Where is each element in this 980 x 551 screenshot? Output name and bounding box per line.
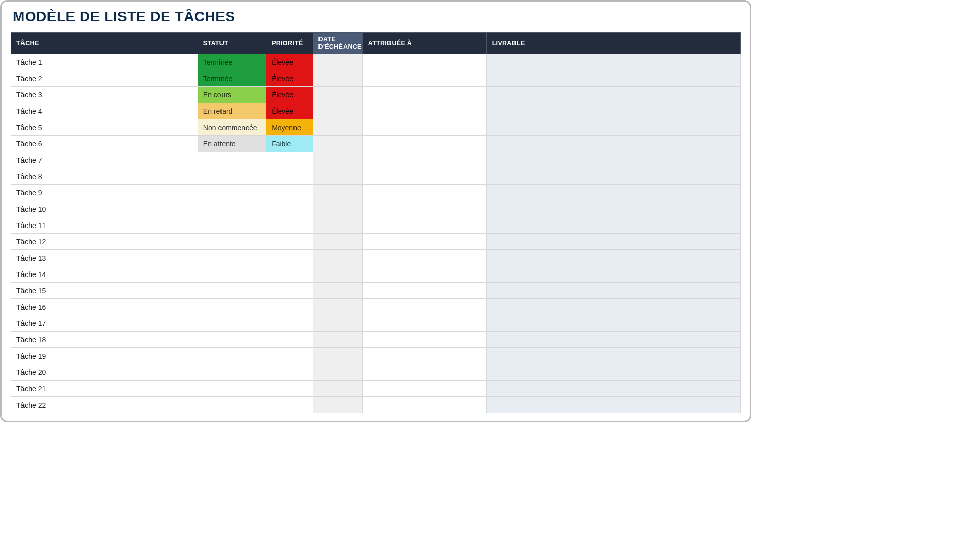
cell-priority[interactable] <box>266 234 313 250</box>
cell-task[interactable]: Tâche 14 <box>11 266 198 283</box>
cell-assigned[interactable] <box>362 136 486 152</box>
cell-deliverable[interactable] <box>486 70 740 87</box>
cell-deliverable[interactable] <box>486 283 740 299</box>
cell-due[interactable] <box>313 234 362 250</box>
cell-priority[interactable]: Élevée <box>266 103 313 119</box>
cell-task[interactable]: Tâche 18 <box>11 332 198 348</box>
cell-due[interactable] <box>313 266 362 283</box>
cell-task[interactable]: Tâche 21 <box>11 381 198 397</box>
cell-due[interactable] <box>313 283 362 299</box>
cell-status[interactable]: En cours <box>198 87 266 103</box>
cell-deliverable[interactable] <box>486 332 740 348</box>
cell-priority[interactable] <box>266 348 313 364</box>
cell-deliverable[interactable] <box>486 364 740 381</box>
cell-due[interactable] <box>313 87 362 103</box>
cell-assigned[interactable] <box>362 250 486 266</box>
cell-status[interactable] <box>198 397 266 413</box>
cell-priority[interactable] <box>266 266 313 283</box>
cell-task[interactable]: Tâche 15 <box>11 283 198 299</box>
cell-due[interactable] <box>313 397 362 413</box>
cell-due[interactable] <box>313 332 362 348</box>
cell-status[interactable]: Terminée <box>198 54 266 70</box>
cell-task[interactable]: Tâche 19 <box>11 348 198 364</box>
cell-status[interactable] <box>198 185 266 201</box>
cell-deliverable[interactable] <box>486 103 740 119</box>
cell-assigned[interactable] <box>362 217 486 234</box>
cell-task[interactable]: Tâche 11 <box>11 217 198 234</box>
cell-status[interactable] <box>198 201 266 217</box>
cell-due[interactable] <box>313 381 362 397</box>
cell-status[interactable] <box>198 217 266 234</box>
cell-priority[interactable] <box>266 299 313 315</box>
cell-priority[interactable] <box>266 168 313 185</box>
cell-due[interactable] <box>313 299 362 315</box>
cell-assigned[interactable] <box>362 364 486 381</box>
cell-due[interactable] <box>313 119 362 136</box>
cell-deliverable[interactable] <box>486 266 740 283</box>
cell-task[interactable]: Tâche 16 <box>11 299 198 315</box>
col-header-assigned[interactable]: ATTRIBUÉE À <box>362 33 486 54</box>
cell-due[interactable] <box>313 364 362 381</box>
cell-task[interactable]: Tâche 13 <box>11 250 198 266</box>
cell-deliverable[interactable] <box>486 54 740 70</box>
cell-status[interactable]: En attente <box>198 136 266 152</box>
cell-deliverable[interactable] <box>486 234 740 250</box>
col-header-priority[interactable]: PRIORITÉ <box>266 33 313 54</box>
cell-deliverable[interactable] <box>486 397 740 413</box>
cell-assigned[interactable] <box>362 201 486 217</box>
cell-assigned[interactable] <box>362 54 486 70</box>
cell-status[interactable] <box>198 364 266 381</box>
cell-due[interactable] <box>313 152 362 168</box>
cell-priority[interactable] <box>266 185 313 201</box>
cell-deliverable[interactable] <box>486 348 740 364</box>
cell-task[interactable]: Tâche 3 <box>11 87 198 103</box>
cell-deliverable[interactable] <box>486 315 740 332</box>
cell-priority[interactable] <box>266 250 313 266</box>
cell-assigned[interactable] <box>362 234 486 250</box>
cell-deliverable[interactable] <box>486 381 740 397</box>
cell-due[interactable] <box>313 315 362 332</box>
cell-due[interactable] <box>313 185 362 201</box>
cell-status[interactable] <box>198 348 266 364</box>
cell-due[interactable] <box>313 168 362 185</box>
cell-due[interactable] <box>313 136 362 152</box>
cell-priority[interactable] <box>266 315 313 332</box>
cell-assigned[interactable] <box>362 348 486 364</box>
cell-deliverable[interactable] <box>486 201 740 217</box>
cell-assigned[interactable] <box>362 299 486 315</box>
col-header-due[interactable]: DATE D'ÉCHÉANCE <box>313 33 362 54</box>
cell-priority[interactable] <box>266 201 313 217</box>
cell-deliverable[interactable] <box>486 250 740 266</box>
cell-assigned[interactable] <box>362 283 486 299</box>
cell-assigned[interactable] <box>362 168 486 185</box>
col-header-status[interactable]: STATUT <box>198 33 266 54</box>
cell-assigned[interactable] <box>362 381 486 397</box>
cell-priority[interactable] <box>266 381 313 397</box>
cell-priority[interactable]: Élevée <box>266 87 313 103</box>
cell-task[interactable]: Tâche 5 <box>11 119 198 136</box>
cell-assigned[interactable] <box>362 266 486 283</box>
cell-due[interactable] <box>313 103 362 119</box>
cell-status[interactable]: Terminée <box>198 70 266 87</box>
cell-assigned[interactable] <box>362 70 486 87</box>
cell-deliverable[interactable] <box>486 185 740 201</box>
cell-priority[interactable] <box>266 283 313 299</box>
cell-status[interactable] <box>198 168 266 185</box>
cell-status[interactable]: En retard <box>198 103 266 119</box>
cell-status[interactable] <box>198 234 266 250</box>
cell-task[interactable]: Tâche 2 <box>11 70 198 87</box>
cell-priority[interactable] <box>266 152 313 168</box>
cell-status[interactable] <box>198 266 266 283</box>
cell-deliverable[interactable] <box>486 152 740 168</box>
cell-assigned[interactable] <box>362 397 486 413</box>
cell-task[interactable]: Tâche 12 <box>11 234 198 250</box>
cell-task[interactable]: Tâche 4 <box>11 103 198 119</box>
cell-status[interactable] <box>198 381 266 397</box>
cell-status[interactable]: Non commencée <box>198 119 266 136</box>
col-header-deliverable[interactable]: LIVRABLE <box>486 33 740 54</box>
cell-assigned[interactable] <box>362 119 486 136</box>
cell-priority[interactable]: Moyenne <box>266 119 313 136</box>
cell-due[interactable] <box>313 217 362 234</box>
cell-priority[interactable]: Élevée <box>266 54 313 70</box>
cell-priority[interactable] <box>266 217 313 234</box>
